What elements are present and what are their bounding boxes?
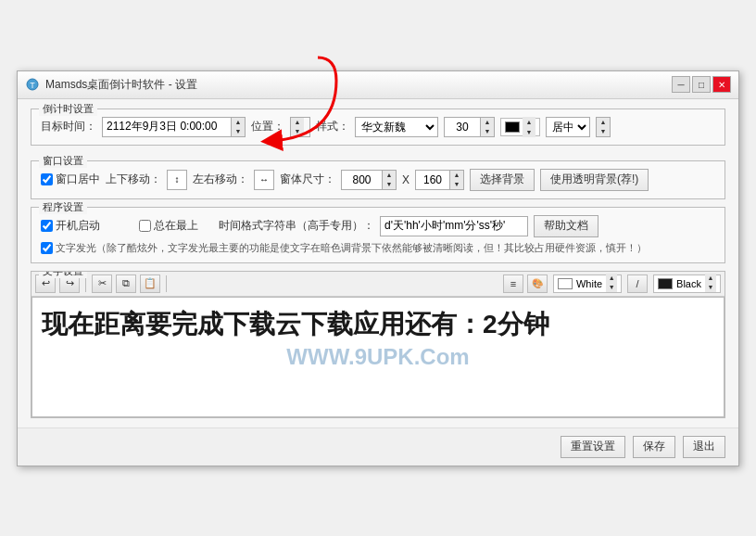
align-select[interactable]: 居中 居左 居右 xyxy=(546,117,590,137)
white-swatch xyxy=(558,278,573,289)
horizontal-label: 左右移动： xyxy=(193,172,248,187)
copy-button[interactable]: ⧉ xyxy=(116,274,136,293)
settings-window: T Mamsds桌面倒计时软件 - 设置 ─ □ ✕ 倒计时设置 目标时间： ▲… xyxy=(17,70,739,466)
cut-button[interactable]: ✂ xyxy=(92,274,112,293)
color-swatch-black xyxy=(505,121,520,133)
help-button[interactable]: 帮助文档 xyxy=(534,215,598,237)
pen-button[interactable]: / xyxy=(627,274,648,293)
height-input[interactable] xyxy=(415,170,450,190)
size-x: X xyxy=(402,173,410,186)
program-row2: 文字发光（除了酷炫外，文字发光最主要的功能是使文字在暗色调背景下依然能够被清晰阅… xyxy=(41,241,715,255)
font-select[interactable]: 华文新魏 xyxy=(355,117,438,137)
color-spinners: ▲ ▼ xyxy=(523,117,536,137)
watermark-text: WWW.9UPK.Com xyxy=(286,344,469,370)
align-spin-down[interactable]: ▼ xyxy=(597,127,610,136)
reset-button[interactable]: 重置设置 xyxy=(561,436,625,458)
align-spin-up[interactable]: ▲ xyxy=(597,118,610,127)
pen-icon: / xyxy=(636,278,639,289)
style-label: 样式： xyxy=(316,119,349,134)
horizontal-icon: ↔ xyxy=(254,170,274,190)
copy-icon: ⧉ xyxy=(122,277,130,289)
autostart-wrap[interactable]: 开机启动 xyxy=(41,218,100,234)
position-spinners: ▲ ▼ xyxy=(290,117,310,137)
height-spin-down[interactable]: ▼ xyxy=(450,180,463,189)
width-spin-down[interactable]: ▼ xyxy=(383,180,396,189)
text-section-title: 文字设置 xyxy=(39,271,87,278)
position-spin-up[interactable]: ▲ xyxy=(291,118,304,127)
center-checkbox-wrap[interactable]: 窗口居中 xyxy=(41,172,100,187)
countdown-row: 目标时间： ▲ ▼ 位置： ▲ ▼ 样式： 华文 xyxy=(41,117,715,137)
ontop-checkbox[interactable] xyxy=(139,220,151,232)
window-row: 窗口居中 上下移动： ↕ 左右移动： ↔ 窗体尺寸： ▲ xyxy=(41,169,715,191)
width-wrap: ▲ ▼ xyxy=(341,170,397,190)
black-label: Black xyxy=(676,278,701,289)
position-label: 位置： xyxy=(251,119,284,134)
position-spin-down[interactable]: ▼ xyxy=(291,127,304,136)
vertical-spin-wrap: ↕ xyxy=(167,170,187,190)
target-label: 目标时间： xyxy=(41,119,96,134)
black-spin-up[interactable]: ▲ xyxy=(705,274,716,283)
font-size-spin-up[interactable]: ▲ xyxy=(481,118,494,127)
white-spinners: ▲ ▼ xyxy=(606,274,617,294)
font-color-picker[interactable]: ▲ ▼ xyxy=(500,118,540,136)
autostart-checkbox[interactable] xyxy=(41,220,53,232)
glow-checkbox[interactable] xyxy=(41,242,53,254)
format-input[interactable] xyxy=(380,216,528,236)
black-color-btn[interactable]: Black ▲ ▼ xyxy=(653,274,721,293)
center-checkbox[interactable] xyxy=(41,173,53,185)
window-title: Mamsds桌面倒计时软件 - 设置 xyxy=(45,77,197,93)
target-time-input-wrap: ▲ ▼ xyxy=(102,117,246,137)
paste-button[interactable]: 📋 xyxy=(140,274,160,293)
vertical-label: 上下移动： xyxy=(106,172,161,187)
ontop-wrap[interactable]: 总在最上 xyxy=(139,218,198,234)
width-spin-up[interactable]: ▲ xyxy=(383,171,396,180)
height-spin-up[interactable]: ▲ xyxy=(450,171,463,180)
target-time-spin-down[interactable]: ▼ xyxy=(232,127,245,136)
target-time-input[interactable] xyxy=(102,117,232,137)
autostart-label: 开机启动 xyxy=(56,218,100,234)
color-spin-down[interactable]: ▼ xyxy=(523,127,536,137)
close-button[interactable]: ✕ xyxy=(712,76,731,93)
glow-wrap[interactable]: 文字发光（除了酷炫外，文字发光最主要的功能是使文字在暗色调背景下依然能够被清晰阅… xyxy=(41,241,647,255)
format-label: 时间格式字符串（高手专用）： xyxy=(219,218,374,234)
font-size-spin-down[interactable]: ▼ xyxy=(481,127,494,136)
window-section: 窗口设置 窗口居中 上下移动： ↕ 左右移动： ↔ 窗体尺寸： xyxy=(31,160,725,199)
ontop-label: 总在最上 xyxy=(154,218,198,234)
program-row1: 开机启动 总在最上 时间格式字符串（高手专用）： 帮助文档 xyxy=(41,215,715,237)
align-spinners: ▲ ▼ xyxy=(596,117,611,137)
text-editor[interactable]: WWW.9UPK.Com 现在距离要完成下载云下载应用还有：2分钟 xyxy=(32,297,724,417)
width-spinners: ▲ ▼ xyxy=(383,170,397,190)
title-buttons: ─ □ ✕ xyxy=(672,76,731,93)
maximize-button[interactable]: □ xyxy=(692,76,711,93)
minimize-button[interactable]: ─ xyxy=(672,76,690,93)
height-wrap: ▲ ▼ xyxy=(415,170,464,190)
font-size-input[interactable] xyxy=(444,117,481,137)
size-label: 窗体尺寸： xyxy=(280,172,335,187)
cut-icon: ✂ xyxy=(98,277,107,289)
exit-button[interactable]: 退出 xyxy=(683,436,725,458)
white-spin-up[interactable]: ▲ xyxy=(606,274,617,283)
bg-icon: 🎨 xyxy=(532,278,543,288)
black-spin-down[interactable]: ▼ xyxy=(705,283,716,292)
select-bg-button[interactable]: 选择背景 xyxy=(470,169,535,191)
app-icon: T xyxy=(25,77,40,92)
bg-color-button[interactable]: 🎨 xyxy=(527,274,548,293)
save-button[interactable]: 保存 xyxy=(633,436,675,458)
white-color-btn[interactable]: White ▲ ▼ xyxy=(553,274,622,293)
color-spin-up[interactable]: ▲ xyxy=(523,117,536,127)
transparent-bg-button[interactable]: 使用透明背景(荐!) xyxy=(540,169,649,191)
black-swatch xyxy=(658,278,673,289)
paste-icon: 📋 xyxy=(144,277,157,289)
height-spinners: ▲ ▼ xyxy=(450,170,464,190)
white-spin-down[interactable]: ▼ xyxy=(606,283,617,292)
preview-text: 现在距离要完成下载云下载应用还有：2分钟 xyxy=(42,307,714,342)
countdown-section: 倒计时设置 目标时间： ▲ ▼ 位置： ▲ ▼ 样式： xyxy=(31,108,725,146)
align-button[interactable]: ≡ xyxy=(503,274,523,293)
target-time-spin-up[interactable]: ▲ xyxy=(232,118,245,127)
width-input[interactable] xyxy=(341,170,383,190)
footer: 重置设置 保存 退出 xyxy=(18,428,738,466)
window-section-title: 窗口设置 xyxy=(39,154,87,168)
align-icon: ≡ xyxy=(510,278,516,289)
sep2 xyxy=(166,275,167,292)
white-label: White xyxy=(576,278,602,289)
